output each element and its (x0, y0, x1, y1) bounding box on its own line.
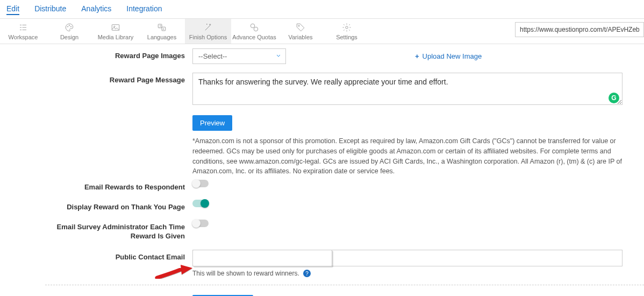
svg-point-10 (114, 26, 115, 27)
svg-text:A: A (163, 28, 164, 31)
tool-variables[interactable]: Variables (277, 19, 324, 44)
svg-text:文: 文 (159, 24, 162, 27)
tool-label: Media Library (98, 34, 134, 40)
upload-image-link[interactable]: + Upload New Image (415, 52, 482, 60)
tool-languages[interactable]: 文A Languages (139, 19, 185, 44)
tool-label: Design (60, 34, 78, 40)
preview-button[interactable]: Preview (192, 115, 232, 131)
toolbar: Workspace Design Media Library 文A Langua… (0, 19, 644, 44)
svg-point-8 (70, 26, 71, 27)
nav-distribute[interactable]: Distribute (34, 3, 66, 15)
palette-icon (63, 22, 75, 33)
image-icon (110, 22, 121, 33)
tool-workspace[interactable]: Workspace (0, 19, 46, 44)
tool-label: Advance Quotas (232, 34, 276, 40)
gear-icon (341, 22, 353, 33)
top-nav: Edit Distribute Analytics Integration (0, 0, 644, 19)
email-admin-toggle[interactable] (192, 220, 209, 227)
public-contact-helper: This will be shown to reward winners. ? (192, 270, 311, 278)
svg-point-16 (254, 27, 258, 31)
tag-icon (295, 22, 306, 33)
svg-point-18 (346, 26, 348, 29)
quota-icon (248, 22, 260, 33)
tool-label: Languages (147, 34, 176, 40)
tool-design[interactable]: Design (46, 19, 92, 44)
tool-media-library[interactable]: Media Library (92, 19, 139, 44)
section-divider (45, 285, 644, 285)
reward-images-label: Reward Page Images (45, 48, 192, 60)
svg-point-7 (69, 25, 70, 26)
tool-label: Settings (336, 34, 357, 40)
reward-images-select[interactable]: --Select-- (192, 48, 286, 64)
plus-icon: + (415, 52, 419, 60)
public-contact-input[interactable] (192, 250, 332, 266)
grammarly-icon: G (609, 93, 619, 103)
svg-point-15 (251, 24, 255, 28)
public-contact-label: Public Contact Email (45, 250, 192, 261)
svg-point-6 (67, 26, 68, 27)
help-icon[interactable]: ? (303, 270, 311, 277)
email-rewards-label: Email Rewards to Respondent (45, 180, 192, 191)
tool-finish-options[interactable]: Finish Options (185, 19, 231, 44)
svg-point-17 (298, 25, 299, 26)
tool-label: Finish Options (189, 34, 227, 40)
nav-analytics[interactable]: Analytics (81, 3, 111, 15)
upload-image-text: Upload New Image (423, 52, 482, 60)
nav-edit[interactable]: Edit (6, 3, 19, 15)
tool-advance-quotas[interactable]: Advance Quotas (231, 19, 277, 44)
email-admin-label: Email Survey Administrator Each Time Rew… (45, 220, 192, 241)
reward-message-label: Reward Page Message (45, 73, 192, 84)
survey-url-input[interactable] (515, 22, 644, 37)
nav-integration[interactable]: Integration (126, 3, 162, 15)
amazon-disclaimer: *Amazon.com is not a sponsor of this pro… (192, 136, 633, 177)
email-rewards-toggle[interactable] (192, 180, 209, 187)
tool-label: Workspace (9, 34, 38, 40)
display-reward-label: Display Reward on Thank You Page (45, 200, 192, 211)
finish-options-form: Reward Page Images --Select-- + Upload N… (45, 44, 644, 296)
wand-icon (202, 22, 214, 33)
translate-icon: 文A (156, 22, 168, 33)
display-reward-toggle[interactable] (192, 200, 209, 207)
tool-label: Variables (288, 34, 312, 40)
list-icon (17, 22, 29, 33)
tool-settings[interactable]: Settings (324, 19, 370, 44)
survey-url-box (515, 22, 644, 37)
reward-message-textarea[interactable] (192, 73, 622, 105)
